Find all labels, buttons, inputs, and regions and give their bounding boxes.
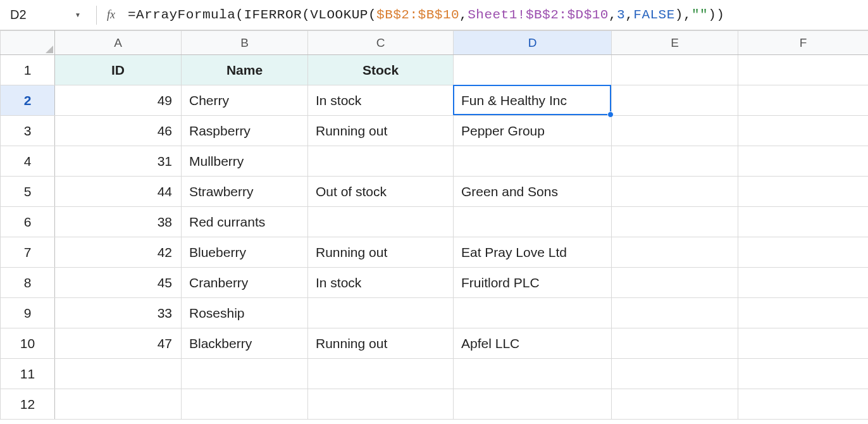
row-header-3[interactable]: 3 xyxy=(1,116,55,146)
cell-D1[interactable] xyxy=(454,55,612,85)
cell-B2[interactable]: Cherry xyxy=(182,85,308,116)
cell-B10[interactable]: Blackberry xyxy=(182,328,308,359)
formula-token: "" xyxy=(691,8,708,22)
cell-A3[interactable]: 46 xyxy=(55,116,182,146)
cell-F10[interactable] xyxy=(738,328,869,359)
cell-E2[interactable] xyxy=(612,85,738,116)
spreadsheet-grid[interactable]: ABCDEF 1IDNameStock249CherryIn stockFun … xyxy=(0,30,868,420)
cell-C1[interactable]: Stock xyxy=(308,55,454,85)
cell-F5[interactable] xyxy=(738,177,869,207)
cell-F1[interactable] xyxy=(738,55,869,85)
column-header-E[interactable]: E xyxy=(612,31,738,55)
row-header-6[interactable]: 6 xyxy=(1,207,55,237)
column-header-B[interactable]: B xyxy=(182,31,308,55)
cell-F8[interactable] xyxy=(738,268,869,298)
separator xyxy=(96,6,97,25)
cell-E7[interactable] xyxy=(612,237,738,268)
cell-A5[interactable]: 44 xyxy=(55,177,182,207)
cell-C10[interactable]: Running out xyxy=(308,328,454,359)
cell-F9[interactable] xyxy=(738,298,869,328)
cell-A2[interactable]: 49 xyxy=(55,85,182,116)
row-header-12[interactable]: 12 xyxy=(1,389,55,420)
cell-D7[interactable]: Eat Pray Love Ltd xyxy=(454,237,612,268)
row-header-11[interactable]: 11 xyxy=(1,359,55,389)
row-header-10[interactable]: 10 xyxy=(1,328,55,359)
cell-A12[interactable] xyxy=(55,389,182,420)
cell-C4[interactable] xyxy=(308,146,454,177)
cell-D5[interactable]: Green and Sons xyxy=(454,177,612,207)
cell-E8[interactable] xyxy=(612,268,738,298)
cell-B7[interactable]: Blueberry xyxy=(182,237,308,268)
cell-E1[interactable] xyxy=(612,55,738,85)
cell-B12[interactable] xyxy=(182,389,308,420)
cell-D2[interactable]: Fun & Healthy Inc xyxy=(454,85,612,116)
cell-D8[interactable]: Fruitlord PLC xyxy=(454,268,612,298)
cell-A11[interactable] xyxy=(55,359,182,389)
formula-bar: D2 ▼ fx =ArrayFormula(IFERROR(VLOOKUP($B… xyxy=(0,0,868,30)
cell-A9[interactable]: 33 xyxy=(55,298,182,328)
cell-D12[interactable] xyxy=(454,389,612,420)
cell-A10[interactable]: 47 xyxy=(55,328,182,359)
cell-D6[interactable] xyxy=(454,207,612,237)
cell-F7[interactable] xyxy=(738,237,869,268)
cell-C7[interactable]: Running out xyxy=(308,237,454,268)
cell-B6[interactable]: Red currants xyxy=(182,207,308,237)
cell-C3[interactable]: Running out xyxy=(308,116,454,146)
cell-B1[interactable]: Name xyxy=(182,55,308,85)
chevron-down-icon[interactable]: ▼ xyxy=(75,11,81,18)
cell-A7[interactable]: 42 xyxy=(55,237,182,268)
row-header-2[interactable]: 2 xyxy=(1,85,55,116)
column-header-D[interactable]: D xyxy=(454,31,612,55)
cell-C5[interactable]: Out of stock xyxy=(308,177,454,207)
cell-F6[interactable] xyxy=(738,207,869,237)
column-header-F[interactable]: F xyxy=(738,31,869,55)
cell-B9[interactable]: Roseship xyxy=(182,298,308,328)
row-header-9[interactable]: 9 xyxy=(1,298,55,328)
cell-A8[interactable]: 45 xyxy=(55,268,182,298)
cell-E10[interactable] xyxy=(612,328,738,359)
cell-D9[interactable] xyxy=(454,298,612,328)
cell-F2[interactable] xyxy=(738,85,869,116)
row-header-5[interactable]: 5 xyxy=(1,177,55,207)
cell-D4[interactable] xyxy=(454,146,612,177)
cell-F4[interactable] xyxy=(738,146,869,177)
column-header-row: ABCDEF xyxy=(1,31,869,55)
cell-C6[interactable] xyxy=(308,207,454,237)
cell-A1[interactable]: ID xyxy=(55,55,182,85)
cell-F12[interactable] xyxy=(738,389,869,420)
cell-A4[interactable]: 31 xyxy=(55,146,182,177)
row-header-1[interactable]: 1 xyxy=(1,55,55,85)
cell-C11[interactable] xyxy=(308,359,454,389)
cell-D3[interactable]: Pepper Group xyxy=(454,116,612,146)
cell-C12[interactable] xyxy=(308,389,454,420)
cell-B3[interactable]: Raspberry xyxy=(182,116,308,146)
row-header-8[interactable]: 8 xyxy=(1,268,55,298)
cell-C2[interactable]: In stock xyxy=(308,85,454,116)
cell-E6[interactable] xyxy=(612,207,738,237)
cell-E5[interactable] xyxy=(612,177,738,207)
cell-E12[interactable] xyxy=(612,389,738,420)
cell-D11[interactable] xyxy=(454,359,612,389)
cell-B4[interactable]: Mullberry xyxy=(182,146,308,177)
cell-F3[interactable] xyxy=(738,116,869,146)
column-header-C[interactable]: C xyxy=(308,31,454,55)
cell-D10[interactable]: Apfel LLC xyxy=(454,328,612,359)
formula-token: , xyxy=(625,8,633,22)
cell-C9[interactable] xyxy=(308,298,454,328)
select-all-corner[interactable] xyxy=(1,31,55,55)
cell-A6[interactable]: 38 xyxy=(55,207,182,237)
column-header-A[interactable]: A xyxy=(55,31,182,55)
row-header-4[interactable]: 4 xyxy=(1,146,55,177)
cell-B8[interactable]: Cranberry xyxy=(182,268,308,298)
cell-C8[interactable]: In stock xyxy=(308,268,454,298)
cell-E9[interactable] xyxy=(612,298,738,328)
cell-E11[interactable] xyxy=(612,359,738,389)
row-header-7[interactable]: 7 xyxy=(1,237,55,268)
cell-B11[interactable] xyxy=(182,359,308,389)
cell-E4[interactable] xyxy=(612,146,738,177)
cell-B5[interactable]: Strawberry xyxy=(182,177,308,207)
cell-E3[interactable] xyxy=(612,116,738,146)
name-box[interactable]: D2 ▼ xyxy=(4,5,86,25)
formula-input[interactable]: =ArrayFormula(IFERROR(VLOOKUP($B$2:$B$10… xyxy=(128,8,862,22)
cell-F11[interactable] xyxy=(738,359,869,389)
